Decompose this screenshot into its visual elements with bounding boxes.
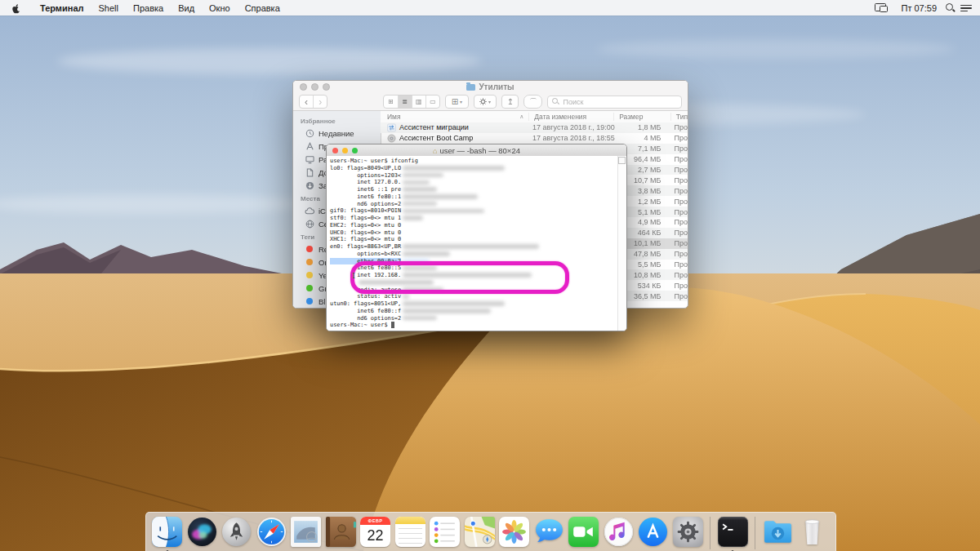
gear-icon: [479, 98, 487, 105]
terminal-output[interactable]: users-Mac:~ user$ ifconfiglo0: flags=804…: [327, 156, 626, 331]
search-input[interactable]: Поиск: [547, 96, 682, 109]
menu-app-name[interactable]: Терминал: [33, 3, 91, 13]
view-icons-button[interactable]: ⊞: [384, 96, 398, 108]
redacted-text: [403, 209, 484, 214]
forward-button[interactable]: ›: [314, 96, 327, 108]
action-menu-button[interactable]: ▾: [474, 95, 497, 109]
dock-icon-safari[interactable]: [256, 517, 287, 547]
table-row[interactable]: Ассистент Boot Camp17 августа 2018 г., 1…: [381, 133, 688, 144]
sidebar-item-недавние[interactable]: Недавние: [293, 127, 381, 140]
scrollbar-widget[interactable]: [618, 157, 626, 164]
dock-icon-reminders[interactable]: [430, 517, 460, 547]
terminal-titlebar[interactable]: ⌂user — -bash — 80×24: [327, 144, 626, 157]
terminal-line: media: autose: [330, 287, 626, 294]
calendar-month: ФЕВР: [360, 517, 390, 525]
menu-item-window[interactable]: Окно: [202, 3, 238, 13]
terminal-window-title: ⌂user — -bash — 80×24: [327, 146, 626, 155]
file-type: Про: [666, 176, 688, 184]
search-icon: [552, 98, 559, 105]
dock-icon-photos[interactable]: [499, 517, 529, 547]
terminal-line: users-Mac:~ user$: [330, 322, 626, 329]
dock-icon-contacts[interactable]: [326, 517, 356, 547]
file-type: Про: [666, 155, 688, 163]
back-button[interactable]: ‹: [300, 96, 314, 108]
terminal-line: inet 192.168.: [330, 272, 626, 279]
chevron-down-icon: ▾: [488, 99, 491, 104]
dock-icon-appstore[interactable]: [638, 517, 668, 547]
display-mirroring-icon[interactable]: [875, 3, 888, 12]
terminal-line: UHC0: flags=0<> mtu 0: [330, 229, 626, 237]
dock-icon-trash[interactable]: [797, 517, 827, 547]
menu-item-help[interactable]: Справка: [238, 3, 287, 13]
redacted-text: [403, 216, 423, 220]
dock-divider: [710, 517, 710, 549]
terminal-line: status: activ: [330, 293, 626, 300]
dock-icon-mail[interactable]: [291, 517, 321, 547]
terminal-line: inet6 fe80::5: [330, 264, 626, 272]
dock-icon-facetime[interactable]: [568, 517, 599, 547]
redacted-text: [403, 259, 430, 264]
redacted-text: [403, 173, 443, 178]
terminal-line: [330, 279, 626, 287]
home-icon: ⌂: [433, 147, 437, 155]
terminal-line: users-Mac:~ user$ ifconfig: [330, 158, 626, 165]
dock-icon-terminal[interactable]: [718, 517, 748, 547]
view-columns-button[interactable]: ▥: [412, 96, 426, 108]
redacted-text: [403, 273, 532, 278]
dock-icon-itunes[interactable]: [604, 517, 634, 547]
dock-icon-launchpad[interactable]: [221, 517, 252, 547]
menu-clock[interactable]: Пт 07:59: [898, 3, 940, 13]
terminal-line: stf0: flags=0<> mtu 1: [330, 215, 626, 222]
file-type: Про: [666, 239, 688, 247]
terminal-line: nd6 options=2: [330, 315, 626, 322]
file-type: Про: [666, 229, 688, 237]
view-list-button[interactable]: ≣: [399, 96, 412, 108]
dock-icon-downloads-folder[interactable]: [763, 517, 793, 547]
dock-icon-calendar[interactable]: ФЕВР22: [360, 517, 390, 547]
view-coverflow-button[interactable]: ▭: [426, 96, 439, 108]
terminal-line: options=1203<: [330, 172, 626, 180]
dock-icon-notes[interactable]: [395, 517, 425, 547]
file-type: Про: [666, 123, 688, 131]
dock-icon-messages[interactable]: [534, 517, 564, 547]
column-header-type[interactable]: Тип: [670, 113, 688, 121]
menu-item-view[interactable]: Вид: [171, 3, 202, 13]
tags-button[interactable]: ⌒: [523, 95, 542, 109]
terminal-line: ether 00:0a:2: [330, 258, 626, 265]
file-date: 17 августа 2018 г., 18:55: [528, 134, 615, 142]
group-by-button[interactable]: ⊞▾: [445, 95, 469, 109]
notification-center-icon[interactable]: [960, 4, 972, 12]
finder-titlebar[interactable]: Утилиты: [293, 81, 688, 93]
menu-item-edit[interactable]: Правка: [126, 3, 171, 13]
dock-icon-maps[interactable]: [465, 517, 495, 547]
table-row[interactable]: Ассистент миграции17 августа 2018 г., 19…: [381, 122, 688, 133]
menu-item-shell[interactable]: Shell: [91, 3, 126, 13]
dock-icon-sysprefs[interactable]: [673, 517, 703, 547]
file-type: Про: [666, 260, 688, 269]
file-name: Ассистент Boot Camp: [399, 134, 473, 142]
spotlight-icon[interactable]: [945, 2, 956, 13]
file-type: Про: [666, 198, 688, 206]
file-name-cell: Ассистент Boot Camp: [381, 134, 528, 143]
terminal-line: XHC1: flags=0<> mtu 0: [330, 236, 626, 243]
column-header-date[interactable]: Дата изменения: [528, 113, 613, 121]
column-header-size[interactable]: Размер: [613, 113, 670, 121]
file-type: Про: [666, 292, 688, 300]
tag-icon: [305, 296, 314, 306]
terminal-line: inet 127.0.0.: [330, 179, 626, 186]
redacted-text: [403, 194, 478, 199]
redacted-text: [403, 266, 437, 271]
dock: ФЕВР22: [145, 512, 836, 551]
terminal-line: inet6 ::1 pre: [330, 186, 626, 193]
dock-icon-finder[interactable]: [152, 517, 182, 547]
column-header-name[interactable]: Имя∧: [381, 113, 528, 121]
share-button[interactable]: ↥: [501, 95, 519, 109]
terminal-scrollbar[interactable]: [617, 156, 626, 331]
redacted-text: [403, 301, 505, 306]
redacted-text: [403, 244, 538, 249]
dock-icon-siri[interactable]: [187, 517, 217, 547]
apple-menu[interactable]: [11, 2, 21, 14]
terminal-line: inet6 fe80::1: [330, 193, 626, 201]
redacted-text: [403, 166, 505, 171]
file-type: Про: [666, 134, 688, 142]
